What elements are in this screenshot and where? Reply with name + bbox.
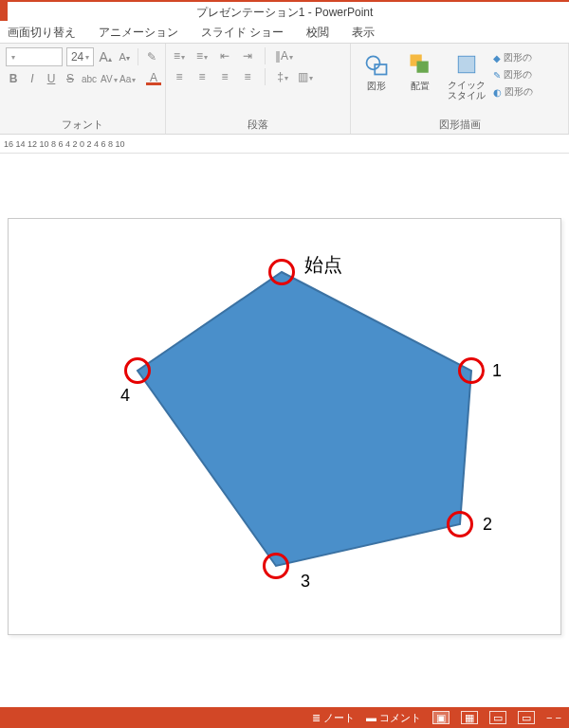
slide-canvas[interactable]: 始点 1 2 3 4 [8, 218, 561, 635]
group-para-label: 段落 [172, 118, 344, 134]
marker-3 [263, 553, 289, 579]
bullets-button[interactable]: ≡▾ [172, 49, 187, 63]
window-title: プレゼンテーション1 - PowerPoint [196, 5, 374, 21]
font-color-button[interactable]: A [146, 73, 161, 85]
shape-outline-button[interactable]: ✎図形の [493, 68, 533, 82]
underline-button[interactable]: U [44, 72, 59, 85]
quickstyle-button[interactable]: クイック スタイル [444, 47, 489, 100]
bold-button[interactable]: B [6, 72, 21, 85]
label-1: 1 [492, 361, 502, 381]
notes-icon: ≣ [312, 712, 321, 724]
strike-button[interactable]: S [63, 72, 78, 85]
shape-options: ◆図形の ✎図形の ◐図形の [493, 47, 533, 99]
label-4: 4 [120, 386, 130, 406]
group-draw-label: 図形描画 [357, 118, 562, 134]
tab-view[interactable]: 表示 [352, 25, 375, 41]
notes-button[interactable]: ≣ノート [312, 711, 355, 725]
sorter-view-button[interactable]: ▦ [461, 711, 478, 724]
reading-view-button[interactable]: ▭ [489, 711, 506, 724]
align-right-button[interactable]: ≡ [217, 70, 232, 83]
align-justify-button[interactable]: ≡ [240, 70, 255, 83]
svg-rect-3 [417, 62, 429, 73]
shape-fill-button[interactable]: ◆図形の [493, 51, 533, 64]
clear-format-button[interactable]: ✎ [144, 50, 159, 64]
ribbon: ▾ 24▾ A▴ A▾ ✎ B I U S abc AV▾ Aa▾ A フォント [0, 44, 569, 135]
font-size-combo[interactable]: 24▾ [66, 47, 94, 66]
italic-button[interactable]: I [25, 72, 40, 85]
tab-animations[interactable]: アニメーション [99, 25, 178, 41]
align-left-button[interactable]: ≡ [172, 70, 187, 83]
svg-marker-5 [138, 272, 471, 566]
group-font: ▾ 24▾ A▴ A▾ ✎ B I U S abc AV▾ Aa▾ A フォント [0, 44, 166, 134]
font-name-combo[interactable]: ▾ [6, 47, 63, 66]
group-paragraph: ≡▾ ≡▾ ⇤ ⇥ ‖A▾ ≡ ≡ ≡ ≡ ‡▾ ▥▾ 段落 [166, 44, 351, 134]
marker-4 [124, 357, 151, 384]
normal-view-button[interactable]: ▣ [432, 711, 450, 724]
spacing-button[interactable]: AV▾ [101, 74, 116, 84]
status-bar: ≣ノート ▬コメント ▣ ▦ ▭ ▭ − − [0, 707, 569, 728]
quickstyle-icon [453, 51, 480, 78]
svg-point-0 [367, 56, 380, 69]
marker-2 [447, 511, 473, 537]
case-button[interactable]: Aa▾ [119, 74, 135, 84]
tab-transitions[interactable]: 画面切り替え [8, 25, 76, 41]
arrange-button[interactable]: 配置 [400, 47, 440, 93]
label-3: 3 [301, 572, 310, 592]
zoom-out-button[interactable]: − − [546, 712, 561, 723]
group-drawing: 図形 配置 クイック スタイル ◆図形の ✎図形の ◐図形の 図形描画 [351, 44, 569, 134]
arrange-icon [407, 51, 433, 78]
shapes-button[interactable]: 図形 [357, 47, 396, 93]
text-direction-button[interactable]: ‖A▾ [275, 49, 293, 63]
line-spacing-button[interactable]: ‡▾ [275, 70, 290, 83]
shape-effects-button[interactable]: ◐図形の [493, 85, 533, 99]
shapes-icon [363, 51, 390, 78]
columns-button[interactable]: ▥▾ [298, 70, 313, 83]
svg-rect-4 [458, 56, 475, 73]
shadow-button[interactable]: abc [82, 74, 97, 84]
app-icon [0, 2, 8, 21]
numbering-button[interactable]: ≡▾ [194, 49, 210, 63]
tab-slideshow[interactable]: スライド ショー [201, 25, 284, 41]
marker-start [268, 259, 295, 285]
tab-review[interactable]: 校閲 [306, 25, 329, 41]
slideshow-view-button[interactable]: ▭ [518, 711, 535, 724]
slide-workspace: 始点 1 2 3 4 [0, 155, 569, 707]
indent-inc-button[interactable]: ⇥ [240, 49, 255, 63]
group-font-label: フォント [6, 118, 159, 134]
shrink-font-button[interactable]: A▾ [117, 51, 132, 63]
horizontal-ruler: 16 14 12 10 8 6 4 2 0 2 4 6 8 10 [0, 135, 569, 154]
align-center-button[interactable]: ≡ [194, 70, 210, 83]
grow-font-button[interactable]: A▴ [98, 49, 113, 64]
indent-dec-button[interactable]: ⇤ [217, 49, 232, 63]
comments-button[interactable]: ▬コメント [366, 711, 421, 725]
marker-1 [458, 357, 485, 384]
ribbon-tabs: 画面切り替え アニメーション スライド ショー 校閲 表示 [0, 23, 569, 44]
title-bar: プレゼンテーション1 - PowerPoint [0, 0, 569, 23]
label-start: 始点 [304, 252, 342, 278]
label-2: 2 [483, 515, 492, 535]
comment-icon: ▬ [366, 712, 376, 723]
